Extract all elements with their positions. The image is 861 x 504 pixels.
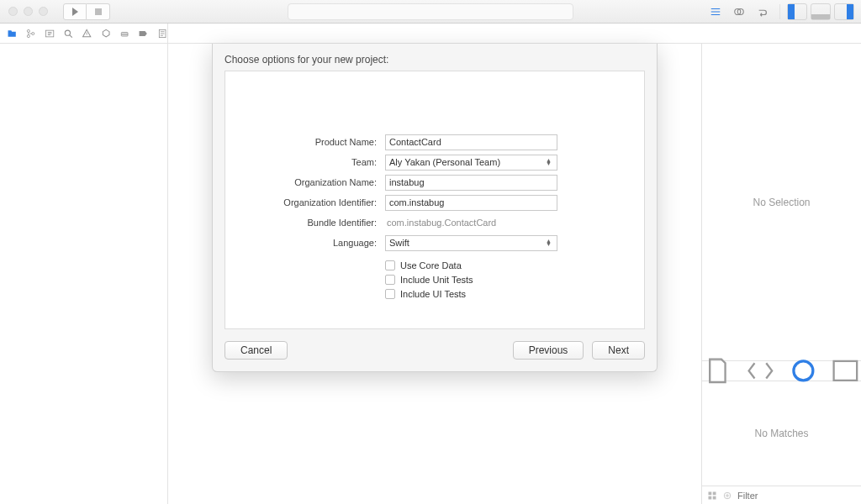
bundle-id-value: com.instabug.ContactCard: [385, 218, 496, 228]
team-dropdown-value: Aly Yakan (Personal Team): [389, 157, 500, 167]
find-navigator-icon[interactable]: [63, 28, 73, 39]
breakpoint-navigator-icon[interactable]: [138, 28, 148, 39]
toggle-bottom-panel-button[interactable]: [811, 3, 831, 20]
svg-point-4: [32, 32, 34, 34]
library-filter-input[interactable]: [737, 491, 856, 501]
previous-button[interactable]: Previous: [513, 341, 584, 360]
report-navigator-icon[interactable]: [157, 28, 167, 39]
sheet-heading: Choose options for your new project:: [213, 44, 657, 71]
svg-point-2: [28, 29, 30, 32]
stop-icon: [95, 8, 102, 15]
new-project-options-sheet: Choose options for your new project: Pro…: [212, 44, 658, 372]
label-bundle-id: Bundle Identifier:: [225, 218, 385, 228]
row-product-name: Product Name:: [225, 132, 644, 152]
label-product-name: Product Name:: [225, 137, 385, 147]
play-icon: [72, 8, 78, 16]
unit-tests-label: Include Unit Tests: [400, 275, 473, 285]
svg-rect-16: [834, 361, 858, 381]
chevron-updown-icon: ▲▼: [546, 159, 553, 165]
rings-icon: [733, 6, 745, 18]
navigator-tabs: [0, 24, 168, 43]
source-control-navigator-icon[interactable]: [25, 28, 35, 39]
product-name-input[interactable]: [385, 134, 557, 150]
toggle-right-panel-button[interactable]: [834, 3, 854, 20]
traffic-lights: [0, 7, 48, 16]
label-team: Team:: [225, 157, 385, 167]
row-ui-tests: Include UI Tests: [225, 286, 644, 301]
svg-rect-17: [709, 491, 712, 495]
language-dropdown-value: Swift: [389, 238, 409, 248]
row-language: Language: Swift ▲▼: [225, 233, 644, 253]
label-org-name: Organization Name:: [225, 177, 385, 187]
lines-icon: [710, 6, 721, 18]
row-org-id: Organization Identifier:: [225, 192, 644, 213]
next-button[interactable]: Next: [592, 341, 645, 360]
symbol-navigator-icon[interactable]: [45, 28, 55, 39]
separator: [779, 4, 780, 19]
svg-point-15: [793, 361, 812, 381]
row-bundle-id: Bundle Identifier: com.instabug.ContactC…: [225, 213, 644, 233]
project-navigator-icon[interactable]: [7, 28, 17, 39]
version-editor-button[interactable]: [753, 3, 773, 20]
titlebar: [0, 0, 861, 24]
svg-rect-7: [121, 32, 128, 36]
unit-tests-checkbox[interactable]: [385, 275, 395, 285]
chevron-updown-icon: ▲▼: [546, 239, 553, 246]
team-dropdown[interactable]: Aly Yakan (Personal Team) ▲▼: [385, 155, 557, 171]
library-empty: No Matches: [702, 381, 861, 486]
row-unit-tests: Include Unit Tests: [225, 272, 644, 286]
org-id-input[interactable]: [385, 195, 557, 211]
toggle-left-panel-button[interactable]: [787, 3, 807, 20]
navigator-area: [0, 44, 168, 504]
minimize-window-button[interactable]: [24, 7, 33, 16]
row-org-name: Organization Name:: [225, 172, 644, 192]
org-name-input[interactable]: [385, 175, 557, 191]
svg-rect-18: [713, 491, 716, 495]
inspector-empty-text: No Selection: [753, 197, 810, 208]
core-data-label: Use Core Data: [400, 260, 462, 270]
svg-point-6: [65, 30, 70, 35]
stop-button[interactable]: [87, 3, 110, 20]
sheet-body: Product Name: Team: Aly Yakan (Personal …: [224, 71, 645, 329]
language-dropdown[interactable]: Swift ▲▼: [385, 235, 557, 251]
close-window-button[interactable]: [8, 7, 18, 16]
editor-area: Choose options for your new project: Pro…: [168, 44, 701, 504]
assistant-editor-button[interactable]: [729, 3, 749, 20]
row-core-data: Use Core Data: [225, 258, 644, 272]
grid-icon[interactable]: [707, 491, 717, 501]
standard-editor-button[interactable]: [705, 3, 726, 20]
svg-point-3: [28, 34, 30, 37]
library-tabs: [702, 361, 861, 381]
zoom-window-button[interactable]: [39, 7, 48, 16]
label-org-id: Organization Identifier:: [225, 197, 385, 207]
utilities-area: No Selection No Matches: [701, 44, 861, 504]
issue-navigator-icon[interactable]: [82, 28, 92, 39]
cancel-button[interactable]: Cancel: [224, 341, 288, 360]
ui-tests-checkbox[interactable]: [385, 289, 395, 299]
sheet-button-row: Cancel Previous Next: [213, 341, 657, 371]
toolbar-row: ?: [0, 24, 861, 44]
library-empty-text: No Matches: [754, 428, 808, 439]
row-team: Team: Aly Yakan (Personal Team) ▲▼: [225, 152, 644, 172]
titlebar-right-cluster: [705, 3, 861, 20]
debug-navigator-icon[interactable]: [119, 28, 129, 39]
core-data-checkbox[interactable]: [385, 260, 395, 270]
svg-rect-20: [713, 496, 716, 499]
ui-tests-label: Include UI Tests: [400, 289, 466, 299]
library-filter-bar: [702, 486, 861, 504]
run-button[interactable]: [63, 3, 87, 20]
inspector-empty: No Selection: [702, 44, 861, 361]
run-controls: [63, 3, 110, 20]
workspace: Choose options for your new project: Pro…: [0, 44, 861, 504]
test-navigator-icon[interactable]: [101, 28, 111, 39]
svg-rect-19: [709, 496, 712, 499]
activity-status-bar: [288, 3, 573, 20]
filter-icon: [722, 491, 732, 501]
label-language: Language:: [225, 238, 385, 248]
arrow-return-icon: [757, 6, 769, 18]
